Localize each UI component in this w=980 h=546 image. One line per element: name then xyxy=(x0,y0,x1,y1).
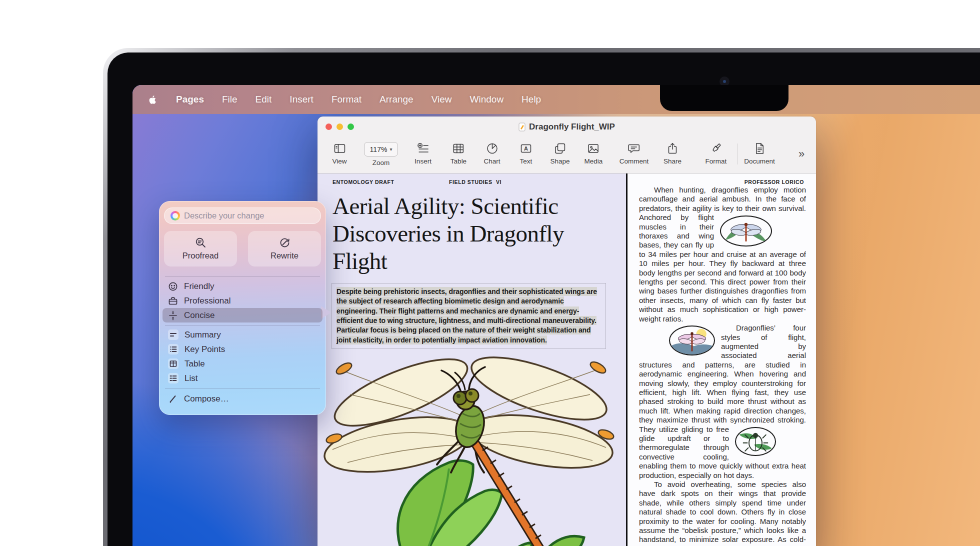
menu-item-label: Summary xyxy=(184,330,221,340)
rewrite-label: Rewrite xyxy=(270,251,298,260)
shape-icon xyxy=(554,142,566,155)
rewrite-icon xyxy=(279,237,290,248)
toolbar-label: Share xyxy=(664,158,682,165)
toolbar-label: Document xyxy=(744,158,775,165)
rewrite-button[interactable]: Rewrite xyxy=(248,231,321,266)
menu-item-window[interactable]: Window xyxy=(470,94,504,105)
menu-item-key-points[interactable]: Key Points xyxy=(162,342,322,356)
toolbar-media-button[interactable]: Media xyxy=(584,142,603,165)
apple-logo-icon xyxy=(148,94,158,106)
menu-item-format[interactable]: Format xyxy=(332,94,362,105)
proofread-icon xyxy=(195,237,206,248)
list-icon xyxy=(168,373,178,384)
comment-icon xyxy=(628,142,640,155)
toolbar-label: Zoom xyxy=(372,159,390,166)
article-paragraph[interactable]: Dragonflies’ four styles of flight, augm… xyxy=(639,324,806,480)
table-transform-icon xyxy=(168,358,178,369)
toolbar-share-button[interactable]: Share xyxy=(664,142,682,165)
key-points-icon xyxy=(168,344,178,354)
menu-item-professional[interactable]: Professional xyxy=(162,294,322,308)
popup-divider xyxy=(165,388,320,388)
menu-item-view[interactable]: View xyxy=(432,94,452,105)
format-brush-icon xyxy=(710,142,722,155)
table-icon xyxy=(452,142,465,155)
header-entomology-draft: ENTOMOLOGY DRAFT xyxy=(332,179,394,185)
toolbar-chart-button[interactable]: Chart xyxy=(484,142,500,165)
toolbar-insert-button[interactable]: Insert xyxy=(414,142,432,165)
toolbar-label: Chart xyxy=(484,158,500,165)
concise-icon xyxy=(168,310,178,320)
menu-item-table[interactable]: Table xyxy=(162,356,322,371)
menu-item-label: Key Points xyxy=(184,344,225,354)
minimize-button[interactable] xyxy=(336,124,343,130)
briefcase-icon xyxy=(168,296,178,306)
describe-change-input[interactable] xyxy=(184,211,314,220)
menu-item-help[interactable]: Help xyxy=(522,94,541,105)
smiley-icon xyxy=(168,282,178,292)
desktop-screen: Dragonfly Flight_WIP View 117%▾ Zoom Ins… xyxy=(132,85,980,546)
menu-item-label: List xyxy=(184,374,198,384)
document-headline[interactable]: Aerial Agility: Scientific Discoveries i… xyxy=(332,192,582,275)
toolbar-label: Text xyxy=(520,158,532,165)
article-paragraph[interactable]: When hunting, dragonflies employ motion … xyxy=(639,186,806,324)
fullscreen-button[interactable] xyxy=(348,124,354,130)
inline-image-dragonfly-sunset[interactable] xyxy=(669,326,715,356)
menu-item-file[interactable]: File xyxy=(222,94,238,105)
menu-item-list[interactable]: List xyxy=(162,371,322,386)
toolbar-table-button[interactable]: Table xyxy=(450,142,466,165)
media-icon xyxy=(587,142,600,155)
toolbar-label: Media xyxy=(584,158,603,165)
article-column[interactable]: When hunting, dragonflies employ motion … xyxy=(639,186,806,546)
menu-bar: Pages File Edit Insert Format Arrange Vi… xyxy=(132,85,980,114)
apple-menu[interactable] xyxy=(148,94,158,106)
document-canvas[interactable]: ENTOMOLOGY DRAFT FIELD STUDIES VI PROFES… xyxy=(318,174,816,546)
apple-intelligence-icon xyxy=(170,211,180,220)
menu-item-compose[interactable]: Compose… xyxy=(162,392,322,406)
compose-pencil-icon xyxy=(168,394,178,404)
toolbar-text-button[interactable]: A Text xyxy=(520,142,532,165)
menu-item-pages[interactable]: Pages xyxy=(176,94,204,105)
popup-divider xyxy=(165,325,320,326)
menu-item-label: Table xyxy=(184,359,205,369)
display-notch xyxy=(660,85,788,111)
highlighted-text[interactable]: Despite being prehistoric insects, drago… xyxy=(336,287,597,344)
popup-divider xyxy=(165,276,320,276)
menu-item-arrange[interactable]: Arrange xyxy=(380,94,414,105)
summary-icon xyxy=(168,330,178,340)
menu-item-insert[interactable]: Insert xyxy=(290,94,314,105)
pages-window: Dragonfly Flight_WIP View 117%▾ Zoom Ins… xyxy=(318,116,816,546)
inline-image-dragonfly-green[interactable] xyxy=(720,216,772,246)
header-volume: VI xyxy=(496,179,502,185)
menu-item-friendly[interactable]: Friendly xyxy=(162,279,322,294)
menu-item-edit[interactable]: Edit xyxy=(256,94,272,105)
toolbar-label: Comment xyxy=(620,158,649,165)
page-divider-rule xyxy=(626,174,628,546)
proofread-button[interactable]: Proofread xyxy=(164,231,237,266)
toolbar-label: Table xyxy=(450,158,466,165)
menu-item-label: Friendly xyxy=(184,282,214,292)
zoom-dropdown[interactable]: 117%▾ xyxy=(364,142,398,156)
article-paragraph[interactable]: To avoid overheating, some species also … xyxy=(639,480,806,546)
menu-item-concise[interactable]: Concise xyxy=(162,308,322,322)
window-title: Dragonfly Flight_WIP xyxy=(518,122,615,132)
describe-change-field[interactable] xyxy=(164,208,321,224)
svg-text:A: A xyxy=(524,146,528,152)
dragonfly-illustration[interactable] xyxy=(320,338,622,546)
window-titlebar[interactable]: Dragonfly Flight_WIP xyxy=(318,116,816,138)
inline-image-beetle[interactable] xyxy=(735,427,776,456)
toolbar-view-button[interactable]: View xyxy=(332,142,346,165)
toolbar-format-button[interactable]: Format xyxy=(706,142,727,165)
window-toolbar: View 117%▾ Zoom Insert Table Chart xyxy=(318,138,816,174)
chart-pie-icon xyxy=(486,142,498,155)
toolbar-zoom-control[interactable]: 117%▾ Zoom xyxy=(364,142,398,166)
toolbar-overflow-button[interactable]: » xyxy=(798,148,804,160)
toolbar-document-button[interactable]: Document xyxy=(744,142,775,165)
toolbar-shape-button[interactable]: Shape xyxy=(550,142,570,165)
toolbar-comment-button[interactable]: Comment xyxy=(620,142,649,165)
close-button[interactable] xyxy=(326,124,332,130)
menu-item-label: Compose… xyxy=(184,394,229,404)
menu-item-label: Professional xyxy=(184,296,231,306)
menu-item-summary[interactable]: Summary xyxy=(162,328,322,342)
toolbar-label: Shape xyxy=(550,158,570,165)
pages-document-icon xyxy=(518,122,526,132)
